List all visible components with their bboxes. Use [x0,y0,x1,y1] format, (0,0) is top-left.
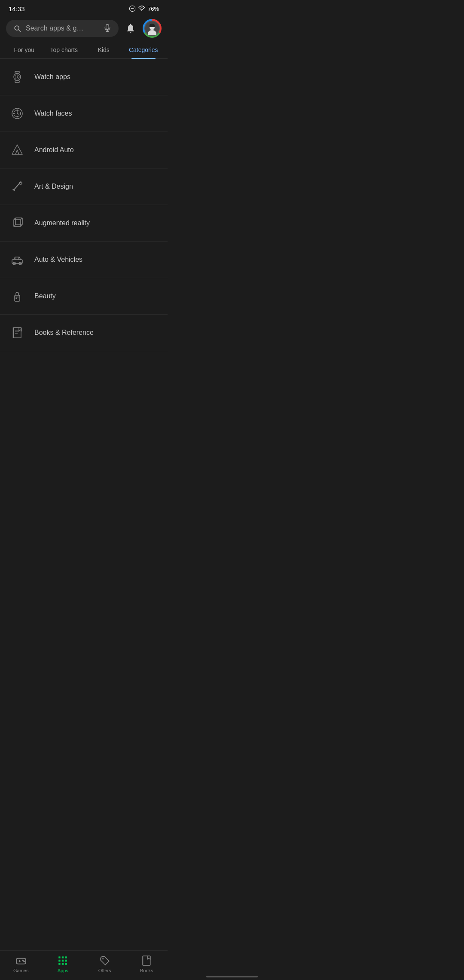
watch-apps-label: Watch apps [34,73,70,81]
svg-rect-11 [15,81,19,83]
avatar-face [145,21,159,35]
tab-kids[interactable]: Kids [84,41,124,58]
svg-point-43 [16,298,17,299]
watch-apps-icon [9,68,26,86]
svg-line-29 [15,185,18,188]
battery-level: 76% [148,6,159,12]
search-input[interactable]: Search apps & g… [26,24,99,32]
svg-line-15 [17,77,18,78]
svg-point-22 [17,116,18,117]
android-auto-label: Android Auto [34,146,74,154]
tab-top-charts[interactable]: Top charts [44,41,84,58]
user-avatar[interactable] [143,19,162,38]
dnd-icon [129,5,136,12]
status-time: 14:33 [9,5,25,12]
avatar-image [144,21,160,36]
svg-point-21 [20,113,21,114]
search-bar[interactable]: Search apps & g… [6,20,119,37]
svg-rect-10 [15,71,19,73]
svg-marker-24 [12,145,22,154]
beauty-label: Beauty [34,292,56,300]
tab-bar: For you Top charts Kids Categories [0,41,168,59]
books-reference-icon [9,324,26,341]
watch-faces-label: Watch faces [34,110,72,117]
mic-icon[interactable] [103,24,112,33]
search-area: Search apps & g… [0,15,168,41]
category-books-reference[interactable]: Books & Reference [0,315,168,351]
svg-rect-9 [150,25,155,27]
category-watch-apps[interactable]: Watch apps [0,59,168,95]
svg-point-2 [141,10,142,11]
category-art-design[interactable]: Art & Design [0,168,168,205]
category-android-auto[interactable]: Android Auto [0,132,168,168]
auto-vehicles-label: Auto & Vehicles [34,256,82,263]
svg-line-19 [17,113,19,114]
beauty-icon [9,288,26,305]
augmented-reality-icon [9,214,26,232]
search-icon [13,24,21,33]
art-design-icon [9,178,26,195]
tab-for-you[interactable]: For you [4,41,44,58]
svg-rect-44 [13,328,21,338]
notification-button[interactable] [123,21,138,36]
category-auto-vehicles[interactable]: Auto & Vehicles [0,242,168,278]
notification-icon [125,23,136,34]
category-beauty[interactable]: Beauty [0,278,168,315]
category-watch-faces[interactable]: Watch faces [0,95,168,132]
svg-point-20 [17,110,18,111]
books-reference-label: Books & Reference [34,329,94,337]
svg-point-23 [14,113,15,114]
category-augmented-reality[interactable]: Augmented reality [0,205,168,242]
category-list: Watch apps Watch faces An [0,59,168,390]
watch-faces-icon [9,105,26,122]
auto-vehicles-icon [9,251,26,268]
status-bar: 14:33 76% [0,0,168,15]
svg-rect-36 [12,260,22,263]
wifi-icon [138,5,145,12]
augmented-reality-label: Augmented reality [34,219,90,227]
status-icons: 76% [129,5,159,12]
art-design-label: Art & Design [34,183,73,190]
tab-categories[interactable]: Categories [124,41,164,58]
svg-rect-41 [15,295,20,301]
android-auto-icon [9,141,26,159]
